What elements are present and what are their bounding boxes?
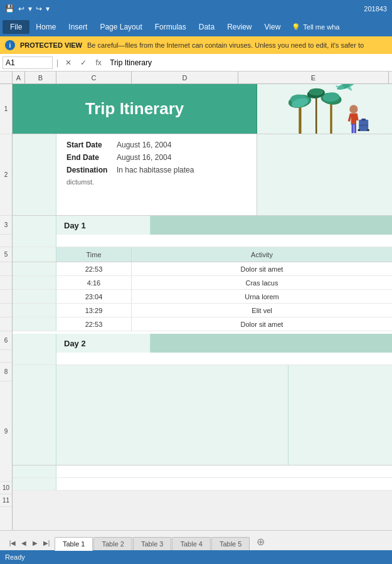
row-num-7[interactable] bbox=[0, 350, 12, 363]
row-num-5a bbox=[0, 262, 12, 276]
row-num-5d bbox=[0, 304, 12, 317]
formula-input[interactable] bbox=[107, 57, 389, 68]
sheet-tabs-container: Table 1Table 2Table 3Table 4Table 5 bbox=[55, 537, 250, 550]
svg-rect-10 bbox=[330, 101, 332, 134]
save-icon[interactable]: 💾 bbox=[5, 4, 14, 13]
col-header-a[interactable]: A bbox=[13, 72, 25, 83]
start-date-row: Start Date August 16, 2004 bbox=[66, 141, 246, 149]
col-header-c[interactable]: C bbox=[56, 72, 132, 83]
act-activity-4: Dolor sit amet bbox=[132, 317, 392, 331]
grid-content: Trip Itinerary bbox=[13, 84, 392, 491]
undo-dropdown-icon[interactable]: ▾ bbox=[28, 4, 32, 13]
page-layout-menu[interactable]: Page Layout bbox=[93, 20, 148, 34]
extra-text: dictumst. bbox=[66, 178, 246, 186]
day2-left-cell bbox=[13, 334, 56, 353]
activity-row: 13:29 Elit vel bbox=[13, 304, 392, 317]
row-num-1[interactable]: 1 bbox=[0, 84, 12, 134]
sheet-tab-4[interactable]: Table 4 bbox=[172, 537, 210, 550]
svg-rect-21 bbox=[354, 124, 356, 133]
spacer-rest-11 bbox=[56, 478, 392, 490]
row-num-4[interactable] bbox=[0, 235, 12, 247]
info-section: Start Date August 16, 2004 End Date Augu… bbox=[13, 134, 392, 216]
protected-message: Be careful—files from the Internet can c… bbox=[87, 41, 364, 49]
content-area: Trip Itinerary bbox=[13, 84, 392, 530]
end-date-value: August 16, 2004 bbox=[117, 153, 171, 162]
data-menu[interactable]: Data bbox=[193, 20, 221, 34]
row-num-5c bbox=[0, 290, 12, 304]
add-sheet-button[interactable]: ⊕ bbox=[253, 534, 268, 549]
formula-fx-btn[interactable]: fx bbox=[92, 56, 105, 69]
act-activity-1: Cras lacus bbox=[132, 276, 392, 289]
act-time-3: 13:29 bbox=[56, 304, 132, 317]
svg-point-26 bbox=[367, 129, 369, 130]
activity-row: 22:53 Dolor sit amet bbox=[13, 262, 392, 276]
empty-row-4 bbox=[13, 235, 392, 247]
sheet-tab-5[interactable]: Table 5 bbox=[211, 537, 250, 550]
col-header-d[interactable]: D bbox=[132, 72, 238, 83]
empty-left-4 bbox=[13, 235, 56, 247]
sheet-tab-3[interactable]: Table 3 bbox=[133, 537, 171, 550]
sheet-nav-first[interactable]: |◀ bbox=[8, 538, 18, 548]
col-header-e[interactable]: E bbox=[238, 72, 389, 83]
destination-row: Destination In hac habitasse platea bbox=[66, 166, 246, 174]
customize-icon[interactable]: ▾ bbox=[46, 4, 50, 13]
sheet-tab-1[interactable]: Table 1 bbox=[55, 537, 93, 551]
spacer-row-10 bbox=[13, 466, 392, 478]
day1-label: Day 1 bbox=[56, 216, 151, 235]
review-menu[interactable]: Review bbox=[221, 20, 258, 34]
home-menu[interactable]: Home bbox=[29, 20, 62, 34]
act-time-2: 23:04 bbox=[56, 290, 132, 303]
info-right bbox=[257, 134, 392, 215]
act-time-4: 22:53 bbox=[56, 317, 132, 331]
formula-bar: | ✕ ✓ fx bbox=[0, 54, 392, 72]
sheet-nav: |◀ ◀ ▶ ▶| bbox=[5, 538, 54, 548]
act-activity-3: Elit vel bbox=[132, 304, 392, 317]
spacer-rest-10 bbox=[56, 466, 392, 477]
undo-icon[interactable]: ↩ bbox=[18, 4, 24, 13]
svg-rect-17 bbox=[351, 113, 356, 124]
tell-me-bar[interactable]: 💡 Tell me wha bbox=[287, 21, 344, 34]
start-date-value: August 16, 2004 bbox=[117, 141, 171, 149]
sheet-nav-last[interactable]: ▶| bbox=[41, 538, 51, 548]
insert-menu[interactable]: Insert bbox=[62, 20, 93, 34]
redo-icon[interactable]: ↪ bbox=[36, 4, 42, 13]
day1-header-row: Day 1 bbox=[13, 216, 392, 235]
act-activity-0: Dolor sit amet bbox=[132, 262, 392, 275]
end-date-row: End Date August 16, 2004 bbox=[66, 153, 246, 162]
spreadsheet-title: Trip Itinerary bbox=[85, 99, 184, 119]
row-num-3[interactable]: 3 bbox=[0, 216, 12, 235]
formulas-menu[interactable]: Formulas bbox=[149, 20, 193, 34]
destination-value: In hac habitasse platea bbox=[117, 166, 194, 174]
row-num-2[interactable]: 2 bbox=[0, 134, 12, 216]
row-num-9[interactable]: 9 bbox=[0, 381, 12, 482]
corner-cell bbox=[0, 72, 13, 83]
svg-point-25 bbox=[358, 129, 359, 130]
act-row-left-2 bbox=[13, 290, 56, 303]
row-num-5[interactable]: 5 bbox=[0, 247, 12, 262]
day2-right-cell bbox=[151, 334, 392, 353]
col-header-b[interactable]: B bbox=[25, 72, 56, 83]
row-num-11[interactable]: 11 bbox=[0, 494, 12, 507]
formula-cancel-btn[interactable]: ✕ bbox=[62, 56, 75, 69]
activity-column-header: Activity bbox=[132, 247, 392, 262]
svg-rect-20 bbox=[351, 124, 353, 133]
act-time-0: 22:53 bbox=[56, 262, 132, 275]
svg-rect-6 bbox=[299, 104, 301, 134]
title-row: Trip Itinerary bbox=[13, 84, 392, 134]
row-num-6[interactable]: 6 bbox=[0, 331, 12, 350]
act-row-left-0 bbox=[13, 262, 56, 275]
menu-bar: File Home Insert Page Layout Formulas Da… bbox=[0, 18, 392, 36]
info-icon: i bbox=[5, 40, 15, 50]
sheet-tab-2[interactable]: Table 2 bbox=[93, 537, 132, 550]
file-menu[interactable]: File bbox=[3, 20, 29, 34]
row-num-10[interactable]: 10 bbox=[0, 482, 12, 494]
sheet-nav-prev[interactable]: ◀ bbox=[19, 538, 29, 548]
lightbulb-icon: 💡 bbox=[292, 23, 300, 31]
day1-right-cell bbox=[151, 216, 392, 235]
sheet-nav-next[interactable]: ▶ bbox=[30, 538, 40, 548]
row-num-8[interactable]: 8 bbox=[0, 363, 12, 381]
cell-reference-input[interactable] bbox=[3, 56, 53, 69]
view-menu[interactable]: View bbox=[258, 20, 287, 34]
act-activity-2: Urna lorem bbox=[132, 290, 392, 303]
formula-confirm-btn[interactable]: ✓ bbox=[77, 56, 90, 69]
